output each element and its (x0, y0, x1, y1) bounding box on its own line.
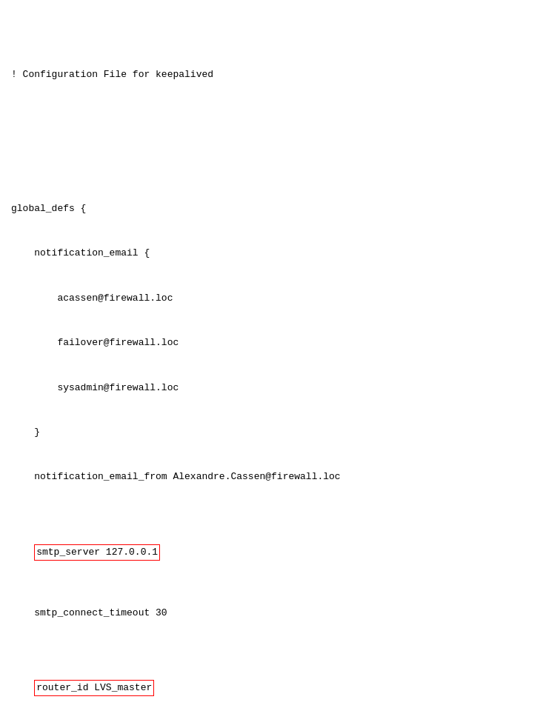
close-notif-line: } (11, 425, 549, 440)
notification-email-text: notification_email { (11, 246, 150, 261)
close-notif-text: } (11, 425, 40, 440)
notif-from-text: notification_email_from Alexandre.Cassen… (11, 470, 341, 484)
sysadmin-text: sysadmin@firewall.loc (11, 381, 179, 395)
comment-text: ! Configuration File for keepalived (11, 67, 213, 82)
global-defs-line: global_defs { (11, 201, 549, 216)
smtp-server-line: smtp_server 127.0.0.1 (11, 544, 549, 561)
global-defs-text: global_defs { (11, 201, 86, 216)
failover-text: failover@firewall.loc (11, 335, 179, 350)
failover-line: failover@firewall.loc (11, 335, 549, 350)
smtp-server-text: smtp_server 127.0.0.1 (11, 544, 160, 561)
notification-email-line: notification_email { (11, 246, 549, 261)
code-block: ! Configuration File for keepalived glob… (11, 7, 549, 728)
router-id-text: router_id LVS_master (11, 680, 154, 696)
smtp-timeout-line: smtp_connect_timeout 30 (11, 606, 549, 621)
comment-line: ! Configuration File for keepalived (11, 67, 549, 82)
blank-line-1 (11, 127, 549, 141)
smtp-server-box: smtp_server 127.0.0.1 (34, 544, 160, 561)
acassen-text: acassen@firewall.loc (11, 291, 173, 306)
sysadmin-line: sysadmin@firewall.loc (11, 381, 549, 395)
router-id-box: router_id LVS_master (34, 680, 154, 696)
router-id-line: router_id LVS_master (11, 680, 549, 696)
notif-from-line: notification_email_from Alexandre.Cassen… (11, 470, 549, 484)
smtp-timeout-text: smtp_connect_timeout 30 (11, 606, 167, 621)
acassen-line: acassen@firewall.loc (11, 291, 549, 306)
